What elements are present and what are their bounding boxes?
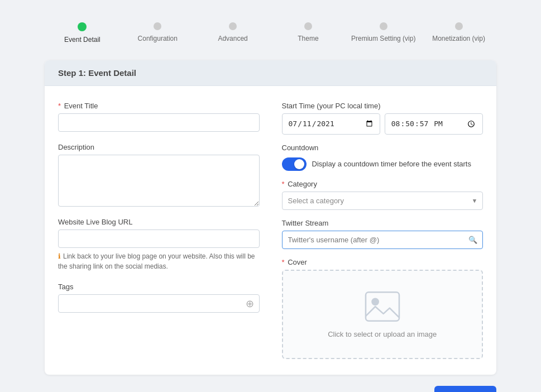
step-configuration[interactable]: Configuration	[120, 22, 195, 42]
step-circle-theme	[304, 22, 312, 30]
required-star: *	[58, 102, 61, 110]
step-label-configuration: Configuration	[138, 35, 178, 42]
start-time-group: Start Time (your PC local time)	[282, 102, 483, 135]
category-select-wrapper: Select a category ▼	[282, 192, 483, 210]
tags-input[interactable]	[58, 294, 260, 313]
toggle-slider	[282, 157, 307, 171]
step-label-theme: Theme	[298, 35, 318, 42]
step-premium[interactable]: Premium Setting (vip)	[346, 22, 421, 42]
cover-label: * Cover	[282, 258, 483, 266]
description-group: Description	[58, 143, 260, 207]
step-circle-premium	[380, 22, 387, 30]
countdown-toggle[interactable]	[282, 157, 307, 171]
toggle-row: Display a countdown timer before the eve…	[282, 157, 483, 171]
form-card: Step 1: Event Detail * Event Title Descr…	[45, 60, 496, 375]
search-icon: 🔍	[468, 236, 477, 244]
step-items: Event Detail Configuration Advanced Them…	[45, 22, 496, 44]
event-title-input[interactable]	[58, 113, 260, 132]
next-button[interactable]: Next	[434, 386, 496, 392]
step-label-event-detail: Event Detail	[64, 36, 100, 44]
cover-upload-text: Click to select or upload an image	[328, 330, 437, 338]
image-placeholder-icon	[363, 290, 402, 323]
cover-group: * Cover Click to select or upload an ima…	[282, 258, 483, 359]
tags-input-wrapper: ⊕	[58, 294, 260, 313]
twitter-stream-input[interactable]	[282, 231, 483, 249]
website-url-label: Website Live Blog URL	[58, 218, 260, 226]
required-star-category: *	[282, 180, 285, 188]
description-label: Description	[58, 143, 260, 151]
step-label-premium: Premium Setting (vip)	[351, 35, 415, 42]
step-circle-advanced	[229, 22, 237, 30]
step-theme[interactable]: Theme	[270, 22, 346, 42]
tags-add-icon[interactable]: ⊕	[246, 298, 254, 310]
svg-point-1	[371, 298, 379, 306]
event-title-group: * Event Title	[58, 102, 260, 132]
start-time-label: Start Time (your PC local time)	[282, 102, 483, 110]
step-circle-config	[154, 22, 161, 30]
start-time-row	[282, 113, 483, 135]
form-card-header: Step 1: Event Detail	[45, 60, 496, 86]
start-date-input[interactable]	[282, 113, 380, 135]
step-label-monetization: Monetization (vip)	[432, 35, 485, 42]
step-label-advanced: Advanced	[218, 35, 247, 42]
category-group: * Category Select a category ▼	[282, 180, 483, 210]
category-label: * Category	[282, 180, 483, 188]
info-icon: ℹ	[58, 252, 61, 260]
required-star-cover: *	[282, 258, 285, 266]
countdown-label: Countdown	[282, 144, 483, 152]
step-monetization[interactable]: Monetization (vip)	[421, 22, 496, 42]
twitter-input-wrapper: 🔍	[282, 231, 483, 249]
twitter-stream-label: Twitter Stream	[282, 219, 483, 227]
countdown-group: Countdown Display a countdown timer befo…	[282, 144, 483, 171]
stepper: Event Detail Configuration Advanced Them…	[45, 11, 496, 60]
step-advanced[interactable]: Advanced	[195, 22, 271, 42]
step-event-detail[interactable]: Event Detail	[45, 22, 120, 44]
step-heading: Step 1: Event Detail	[58, 68, 136, 78]
tags-group: Tags ⊕	[58, 283, 260, 313]
website-url-input[interactable]	[58, 230, 260, 248]
website-url-group: Website Live Blog URL ℹLink back to your…	[58, 218, 260, 271]
start-time-input[interactable]	[385, 113, 483, 135]
tags-label: Tags	[58, 283, 260, 291]
step-circle-monetization	[455, 22, 463, 30]
step-circle-active	[78, 22, 87, 31]
twitter-stream-group: Twitter Stream 🔍	[282, 219, 483, 249]
bottom-bar: Next	[45, 375, 496, 392]
event-title-label: * Event Title	[58, 102, 260, 110]
cover-upload-area[interactable]: Click to select or upload an image	[282, 270, 483, 359]
description-textarea[interactable]	[58, 155, 260, 207]
svg-rect-0	[366, 292, 399, 321]
category-select[interactable]: Select a category	[282, 192, 483, 210]
website-url-info: ℹLink back to your live blog page on you…	[58, 251, 260, 271]
countdown-toggle-label: Display a countdown timer before the eve…	[312, 160, 471, 168]
